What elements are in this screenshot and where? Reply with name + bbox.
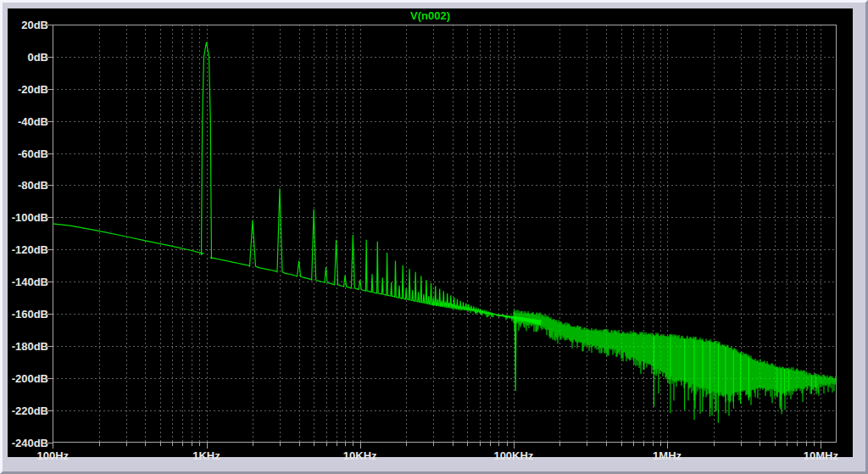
plot-canvas[interactable] xyxy=(8,8,853,457)
y-tick-label: -100dB xyxy=(8,211,48,224)
x-tick-label: 100Hz xyxy=(14,449,91,462)
plot-client-area: V(n002) 20dB0dB-20dB-40dB-60dB-80dB-100d… xyxy=(8,8,853,457)
y-tick-label: -240dB xyxy=(8,437,48,449)
y-tick-label: -60dB xyxy=(8,148,48,160)
x-tick-label: 1MHz xyxy=(629,449,705,462)
y-tick-label: -160dB xyxy=(8,308,48,321)
x-tick-label: 10MHz xyxy=(782,449,859,462)
y-tick-label: 0dB xyxy=(8,51,48,64)
y-tick-label: 20dB xyxy=(8,19,48,31)
y-tick-label: -220dB xyxy=(8,404,48,417)
x-tick-label: 100KHz xyxy=(476,449,552,462)
waveform-viewer-window: V(n002) 20dB0dB-20dB-40dB-60dB-80dB-100d… xyxy=(0,0,868,474)
y-tick-label: -140dB xyxy=(8,276,48,288)
y-tick-label: -120dB xyxy=(8,243,48,256)
y-tick-label: -180dB xyxy=(8,340,48,353)
trace-label[interactable]: V(n002) xyxy=(8,9,853,22)
fft-trace xyxy=(53,42,541,391)
fft-noise-band xyxy=(468,309,836,423)
y-tick-label: -200dB xyxy=(8,372,48,385)
y-tick-label: -20dB xyxy=(8,83,48,96)
x-tick-label: 10KHz xyxy=(322,449,398,462)
y-tick-label: -40dB xyxy=(8,115,48,128)
x-tick-label: 1KHz xyxy=(169,449,245,462)
y-tick-label: -80dB xyxy=(8,179,48,192)
